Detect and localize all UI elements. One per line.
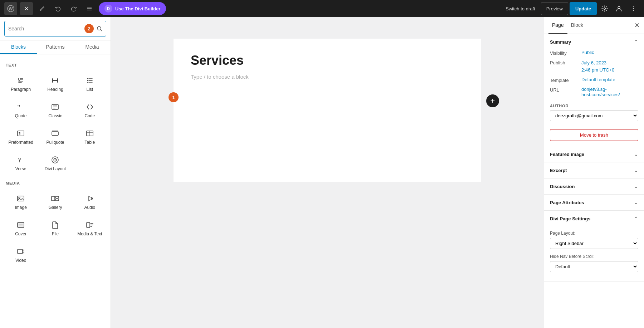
template-row: Template Default template xyxy=(550,77,638,83)
left-sidebar: 2 Blocks Patterns Media TEXT xyxy=(0,17,111,328)
block-preformatted[interactable]: ¶ Preformatted xyxy=(4,124,37,149)
list-icon xyxy=(86,76,94,85)
settings-icon-btn[interactable] xyxy=(598,2,611,15)
template-value[interactable]: Default template xyxy=(581,77,615,82)
text-blocks-grid: Paragraph Heading xyxy=(4,71,106,175)
update-button[interactable]: Update xyxy=(570,2,597,15)
user-icon-btn[interactable] xyxy=(613,2,625,15)
discussion-panel: Discussion ⌄ xyxy=(544,178,644,195)
media-text-icon xyxy=(86,221,94,229)
block-verse[interactable]: Verse xyxy=(4,150,37,175)
text-section-label: TEXT xyxy=(4,60,106,71)
add-block-button[interactable]: + xyxy=(486,94,499,107)
svg-rect-46 xyxy=(18,249,23,254)
page-layout-select[interactable]: Right Sidebar Left Sidebar Full Width No… xyxy=(550,238,638,249)
file-icon xyxy=(51,221,59,229)
block-media-text-label: Media & Text xyxy=(77,231,102,236)
block-gallery[interactable]: Gallery xyxy=(39,189,72,214)
block-paragraph[interactable]: Paragraph xyxy=(4,71,37,96)
media-section-label: MEDIA xyxy=(4,178,106,189)
tab-blocks[interactable]: Blocks xyxy=(0,40,37,54)
block-classic[interactable]: Classic xyxy=(39,97,72,122)
edit-icon-btn[interactable] xyxy=(36,2,49,15)
divi-settings-header[interactable]: Divi Page Settings ⌃ xyxy=(544,211,644,226)
paragraph-icon xyxy=(16,76,25,85)
svg-text:¶: ¶ xyxy=(19,132,20,135)
block-media-text[interactable]: Media & Text xyxy=(73,215,106,240)
wp-logo[interactable]: W xyxy=(4,2,17,15)
block-audio[interactable]: Audio xyxy=(73,189,106,214)
audio-icon xyxy=(86,194,94,203)
svg-point-7 xyxy=(633,6,634,7)
block-heading[interactable]: Heading xyxy=(39,71,72,96)
block-gallery-label: Gallery xyxy=(48,205,62,210)
block-cover-label: Cover xyxy=(15,231,26,236)
tab-patterns[interactable]: Patterns xyxy=(37,40,74,54)
page-attributes-header[interactable]: Page Attributes ⌄ xyxy=(544,195,644,210)
content-area: 1 Type / to choose a block + xyxy=(111,17,544,328)
redo-button[interactable] xyxy=(67,2,80,15)
right-sidebar: Page Block ✕ Summary ⌃ Visibility Public xyxy=(544,17,644,328)
url-value[interactable]: donjetv3.sg-host.com/services/ xyxy=(581,87,638,97)
search-input[interactable] xyxy=(8,26,82,31)
move-to-trash-button[interactable]: Move to trash xyxy=(550,129,638,141)
block-table[interactable]: Table xyxy=(73,124,106,149)
excerpt-title: Excerpt xyxy=(550,168,567,173)
editor-inner: 1 Type / to choose a block + xyxy=(174,39,481,182)
visibility-value[interactable]: Public xyxy=(581,50,594,55)
excerpt-header[interactable]: Excerpt ⌄ xyxy=(544,162,644,178)
divi-layout-icon xyxy=(51,156,59,164)
classic-icon xyxy=(51,103,59,111)
block-video[interactable]: Video xyxy=(4,242,37,267)
use-divi-builder-button[interactable]: D Use The Divi Builder xyxy=(99,2,166,15)
undo-button[interactable] xyxy=(52,2,64,15)
block-verse-label: Verse xyxy=(15,166,26,171)
block-cover[interactable]: Cover xyxy=(4,215,37,240)
right-tab-page[interactable]: Page xyxy=(548,17,567,34)
block-list[interactable]: List xyxy=(73,71,106,96)
block-file[interactable]: File xyxy=(39,215,72,240)
page-attributes-panel: Page Attributes ⌄ xyxy=(544,195,644,211)
media-blocks-grid: Image Gallery xyxy=(4,189,106,267)
block-paragraph-label: Paragraph xyxy=(11,87,31,92)
summary-panel-header[interactable]: Summary ⌃ xyxy=(544,34,644,50)
hide-nav-select[interactable]: Default Hide Show xyxy=(550,261,638,272)
right-sidebar-close-button[interactable]: ✕ xyxy=(634,21,640,29)
author-select[interactable]: deezgrafix@gmail.com xyxy=(550,110,638,121)
block-quote[interactable]: " Quote xyxy=(4,97,37,122)
list-view-button[interactable] xyxy=(83,2,96,15)
heading-icon xyxy=(51,76,59,85)
gallery-icon xyxy=(51,194,59,203)
switch-draft-button[interactable]: Switch to draft xyxy=(501,2,539,15)
summary-panel: Summary ⌃ Visibility Public Publish July… xyxy=(544,34,644,146)
block-file-label: File xyxy=(52,231,59,236)
table-icon xyxy=(86,129,94,138)
svg-point-9 xyxy=(633,10,634,11)
publish-label: Publish xyxy=(550,59,579,65)
svg-point-8 xyxy=(633,8,634,9)
image-icon xyxy=(16,194,25,203)
block-image[interactable]: Image xyxy=(4,189,37,214)
block-placeholder[interactable]: Type / to choose a block xyxy=(191,74,464,80)
right-tab-block[interactable]: Block xyxy=(567,17,587,34)
summary-panel-title: Summary xyxy=(550,39,571,45)
more-options-button[interactable] xyxy=(627,2,640,15)
block-quote-label: Quote xyxy=(15,113,27,118)
close-editor-button[interactable]: ✕ xyxy=(20,2,33,15)
hide-nav-label: Hide Nav Before Scroll: xyxy=(550,254,638,259)
svg-point-34 xyxy=(55,160,56,161)
block-divi-layout-label: Divi Layout xyxy=(45,166,66,171)
template-label: Template xyxy=(550,77,579,83)
page-title-input[interactable] xyxy=(191,53,464,68)
block-code[interactable]: Code xyxy=(73,97,106,122)
block-divi-layout[interactable]: Divi Layout xyxy=(39,150,72,175)
search-button[interactable] xyxy=(97,26,102,31)
page-attributes-title: Page Attributes xyxy=(550,200,584,205)
block-pullquote[interactable]: Pullquote xyxy=(39,124,72,149)
featured-image-panel: Featured image ⌄ xyxy=(544,146,644,162)
discussion-header[interactable]: Discussion ⌄ xyxy=(544,178,644,194)
tab-media[interactable]: Media xyxy=(74,40,111,54)
publish-value[interactable]: July 6, 2023 2:46 pm UTC+0 xyxy=(581,59,614,73)
preview-button[interactable]: Preview xyxy=(541,2,568,15)
featured-image-header[interactable]: Featured image ⌄ xyxy=(544,146,644,162)
